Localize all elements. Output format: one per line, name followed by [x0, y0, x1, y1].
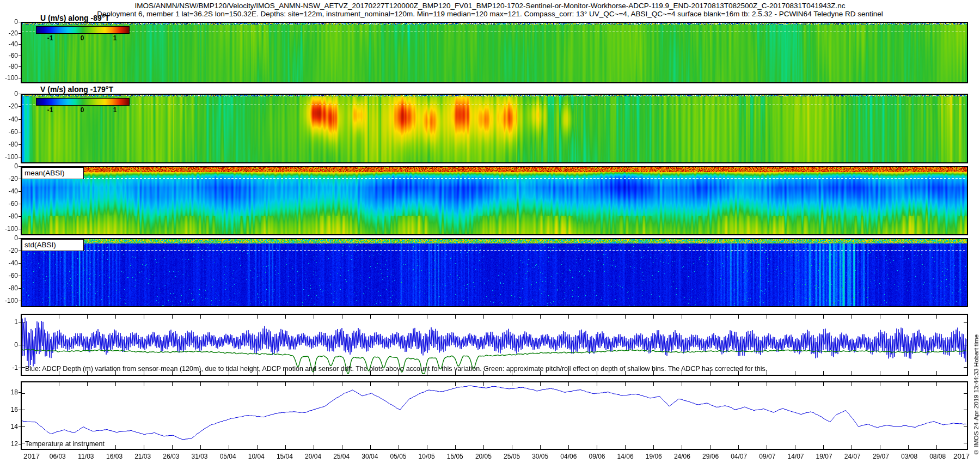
x-axis-date-label: 21/03 [130, 453, 156, 460]
figure-title: IMOS/ANMN/NSW/BMP120/Velocity/IMOS_ANMN-… [0, 2, 980, 10]
y-tick-mark [19, 251, 21, 251]
y-tick-mark [19, 78, 21, 78]
adcp-figure: IMOS/ANMN/NSW/BMP120/Velocity/IMOS_ANMN-… [0, 0, 980, 463]
y-tick-label: -60 [0, 200, 18, 207]
v-velocity-heatmap-panel: -1 0 1 [21, 94, 968, 163]
temperature-panel: Temperature at instrument [21, 381, 968, 450]
v-velocity-heatmap [22, 95, 967, 162]
x-axis-date-label: 19/07 [811, 453, 837, 460]
x-axis-date-label: 26/03 [158, 453, 184, 460]
y-tick-label: -80 [0, 63, 18, 70]
y-tick-label: -20 [0, 103, 18, 109]
x-axis-date-label: 10/04 [243, 453, 270, 460]
y-tick-label: 16 [0, 406, 18, 413]
x-axis-date-label: 10/05 [414, 453, 440, 460]
y-tick-mark [19, 66, 21, 67]
depth-variation-panel: Blue: ADCP Depth (m) variation from sens… [21, 314, 968, 376]
x-axis-year-end: 2017 [948, 452, 975, 460]
y-tick-mark [19, 44, 21, 45]
y-tick-mark [19, 22, 21, 22]
u-velocity-heatmap [22, 23, 967, 82]
y-tick-mark [19, 94, 21, 94]
y-tick-label: -40 [0, 41, 18, 47]
x-axis-date-label: 29/06 [697, 453, 724, 460]
y-tick-label: 0 [0, 342, 18, 348]
y-tick-label: -100 [0, 75, 18, 81]
y-tick-label: -60 [0, 272, 18, 279]
y-tick-label: -100 [0, 226, 18, 232]
x-axis-date-label: 29/07 [868, 453, 894, 460]
y-tick-label: -60 [0, 129, 18, 135]
x-axis-date-label: 30/05 [527, 453, 553, 460]
y-tick-mark [19, 144, 21, 145]
y-tick-mark [19, 216, 21, 217]
y-tick-mark [19, 166, 21, 167]
v-colorbar-tick-min: -1 [42, 106, 58, 114]
y-tick-label: 0 [0, 235, 18, 241]
x-axis-date-label: 31/03 [186, 453, 212, 460]
y-tick-mark [19, 322, 21, 322]
y-tick-mark [19, 288, 21, 289]
y-tick-label: -60 [0, 52, 18, 59]
x-axis-date-label: 24/06 [669, 453, 695, 460]
x-axis-date-label: 15/04 [272, 453, 298, 460]
x-axis-date-label: 14/06 [612, 453, 639, 460]
u-panel-title: U (m/s) along -89°T [40, 14, 109, 22]
x-axis-date-label: 20/05 [470, 453, 497, 460]
y-tick-mark [19, 56, 21, 56]
v-colorbar [36, 98, 130, 106]
std-absi-label: std(ABSI) [22, 239, 84, 251]
y-tick-label: -1 [0, 364, 18, 371]
y-tick-label: -20 [0, 30, 18, 36]
std-absi-heatmap-panel: std(ABSI) [21, 238, 968, 307]
y-tick-label: -80 [0, 285, 18, 291]
x-axis-date-label: 30/04 [357, 453, 383, 460]
x-axis-date-label: 16/03 [101, 453, 127, 460]
x-axis-date-label: 14/07 [782, 453, 808, 460]
u-colorbar-tick-max: 1 [107, 34, 123, 42]
v-colorbar-tick-max: 1 [107, 106, 123, 114]
temperature-label: Temperature at instrument [25, 440, 105, 448]
y-tick-label: 0 [0, 19, 18, 25]
u-colorbar-tick-zero: 0 [74, 34, 90, 42]
y-tick-label: 12 [0, 441, 18, 447]
y-tick-mark [19, 410, 21, 410]
y-tick-mark [19, 229, 21, 229]
x-axis-date-label: 09/06 [584, 453, 610, 460]
u-colorbar [36, 26, 130, 34]
y-tick-mark [19, 204, 21, 204]
y-tick-label: -40 [0, 260, 18, 266]
mean-absi-heatmap [22, 167, 967, 234]
y-tick-mark [19, 444, 21, 444]
x-axis-date-label: 25/04 [328, 453, 354, 460]
y-tick-label: -20 [0, 247, 18, 254]
x-axis-date-label: 04/06 [555, 453, 581, 460]
y-tick-label: -100 [0, 297, 18, 304]
y-tick-label: -40 [0, 116, 18, 123]
x-axis-date-label: 06/03 [45, 453, 71, 460]
y-tick-mark [19, 238, 21, 239]
v-panel-title: V (m/s) along -179°T [40, 85, 113, 94]
y-tick-mark [19, 191, 21, 192]
y-tick-mark [19, 33, 21, 34]
x-axis-year-start: 2017 [19, 452, 45, 460]
x-axis-date-label: 15/05 [442, 453, 468, 460]
y-tick-mark [19, 157, 21, 157]
y-tick-mark [19, 179, 21, 179]
imos-watermark: © IMOS 24-Apr-2019 13:44:33 Hobart time [973, 334, 979, 455]
x-axis-date-label: 09/07 [754, 453, 780, 460]
y-tick-mark [19, 263, 21, 264]
y-tick-mark [19, 132, 21, 132]
y-tick-mark [19, 427, 21, 427]
x-axis-date-label: 11/03 [73, 453, 99, 460]
y-tick-label: 14 [0, 423, 18, 430]
y-tick-mark [19, 345, 21, 345]
y-tick-mark [19, 106, 21, 107]
y-tick-label: -40 [0, 188, 18, 194]
x-axis-date-label: 04/07 [726, 453, 752, 460]
x-axis-date-label: 08/08 [924, 453, 951, 460]
std-absi-heatmap [22, 239, 967, 306]
x-axis-date-label: 24/07 [840, 453, 866, 460]
figure-subtitle: Deployment 6, member 1 lat=36.2S lon=150… [0, 10, 980, 18]
y-tick-label: 0 [0, 90, 18, 97]
